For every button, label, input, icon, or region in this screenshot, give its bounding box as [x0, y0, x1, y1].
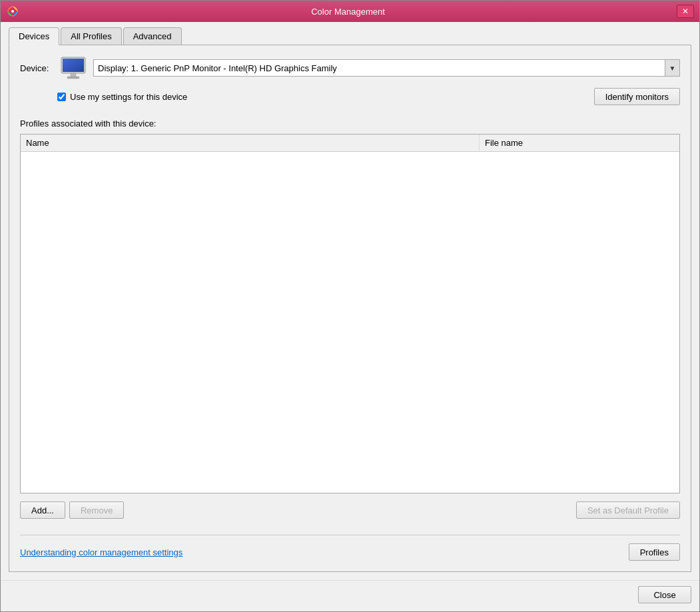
tab-devices[interactable]: Devices [9, 27, 59, 45]
identify-monitors-button[interactable]: Identify monitors [594, 88, 680, 105]
remove-button[interactable]: Remove [69, 501, 124, 519]
checkbox-area: Use my settings for this device [57, 92, 594, 102]
col-name-header: Name [21, 135, 480, 151]
device-row: Device: [20, 56, 680, 80]
title-bar: Color Management ✕ [1, 1, 699, 22]
use-settings-checkbox[interactable] [57, 93, 66, 101]
device-dropdown-value[interactable]: Display: 1. Generic PnP Monitor - Intel(… [93, 59, 665, 77]
devices-panel: Device: [9, 45, 691, 572]
chevron-down-icon: ▼ [669, 65, 676, 72]
action-row: Add... Remove Set as Default Profile [20, 501, 680, 519]
svg-rect-6 [67, 77, 79, 79]
profiles-button[interactable]: Profiles [629, 543, 680, 561]
window-close-button[interactable]: ✕ [677, 5, 694, 18]
main-window: Color Management ✕ Devices All Profiles … [0, 0, 700, 612]
profiles-section-label: Profiles associated with this device: [20, 119, 680, 129]
checkbox-identify-row: Use my settings for this device Identify… [57, 88, 680, 105]
table-body [21, 152, 679, 493]
close-btn-row: Close [1, 580, 699, 611]
device-dropdown-container: Display: 1. Generic PnP Monitor - Intel(… [93, 59, 680, 77]
content-area: Devices All Profiles Advanced Device: [1, 22, 699, 580]
device-label: Device: [20, 63, 53, 73]
set-default-profile-button[interactable]: Set as Default Profile [576, 501, 680, 519]
table-header: Name File name [21, 135, 679, 152]
help-link[interactable]: Understanding color management settings [20, 547, 182, 557]
device-dropdown-arrow[interactable]: ▼ [665, 59, 680, 77]
window-title: Color Management [19, 7, 677, 17]
add-button[interactable]: Add... [20, 501, 65, 519]
tab-all-profiles[interactable]: All Profiles [61, 27, 121, 45]
divider [20, 535, 680, 535]
app-icon [6, 5, 19, 18]
tab-advanced[interactable]: Advanced [123, 27, 182, 45]
tabs-bar: Devices All Profiles Advanced [9, 27, 691, 45]
monitor-icon [60, 56, 87, 80]
bottom-row: Understanding color management settings … [20, 543, 680, 561]
profiles-table: Name File name [20, 134, 680, 493]
col-filename-header: File name [480, 135, 679, 151]
close-button[interactable]: Close [638, 586, 691, 603]
checkbox-label: Use my settings for this device [70, 92, 187, 102]
svg-point-1 [11, 10, 14, 13]
svg-rect-4 [63, 59, 84, 72]
svg-rect-5 [71, 73, 76, 77]
